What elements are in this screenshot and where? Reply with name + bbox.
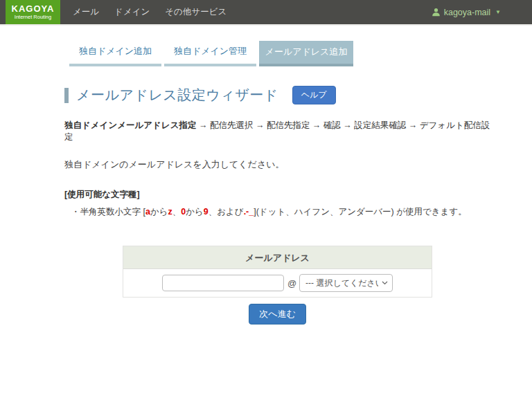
domain-select[interactable]: --- 選択してください ---: [299, 274, 393, 292]
table-header-mail-address: メールアドレス: [123, 246, 432, 269]
charset-prefix: ・半角英数小文字 [: [71, 207, 145, 217]
charset-note: ・半角英数小文字 [aからz、0から9、および.-_](ドット、ハイフン、アンダ…: [71, 206, 490, 218]
title-row: メールアドレス設定ウィザード ヘルプ: [64, 86, 490, 104]
caret-down-icon: ▼: [495, 9, 501, 15]
step-arrow: →: [343, 120, 352, 130]
user-menu[interactable]: kagoya-mail ▼: [432, 0, 501, 24]
nav-item-other-services[interactable]: その他サービス: [165, 6, 227, 18]
user-name: kagoya-mail: [444, 8, 490, 17]
help-button[interactable]: ヘルプ: [292, 86, 336, 104]
table-row: @ --- 選択してください ---: [123, 269, 432, 297]
step-arrow: →: [409, 120, 418, 130]
step-3: 配信先指定: [267, 120, 310, 130]
topbar: KAGOYA Internet Routing メール ドメイン その他サービス…: [0, 0, 532, 26]
charset-kara2: から: [186, 207, 204, 217]
at-symbol: @: [287, 278, 296, 289]
charset-symbols: .-_: [244, 207, 254, 217]
charset-9: 9: [204, 207, 209, 217]
tab-bar: 独自ドメイン追加 独自ドメイン管理 メールアドレス追加: [69, 39, 532, 66]
brand-subtitle: Internet Routing: [15, 14, 51, 20]
kagoya-logo[interactable]: KAGOYA Internet Routing: [6, 0, 60, 24]
tab-add-domain[interactable]: 独自ドメイン追加: [69, 39, 161, 66]
charset-comma1: 、: [172, 207, 181, 217]
charset-comma-and: 、および: [209, 207, 244, 217]
charset-suffix: ](ドット、ハイフン、アンダーバー) が使用できます。: [254, 207, 466, 217]
instruction-text: 独自ドメインのメールアドレスを入力してください。: [64, 158, 490, 171]
step-5: 設定結果確認: [354, 120, 406, 130]
step-arrow: →: [199, 120, 208, 130]
top-nav: メール ドメイン その他サービス: [73, 0, 227, 24]
tab-manage-domain[interactable]: 独自ドメイン管理: [164, 39, 256, 66]
main-content: メールアドレス設定ウィザード ヘルプ 独自ドメインメールアドレス指定 → 配信先…: [0, 86, 532, 325]
next-button[interactable]: 次へ進む: [249, 304, 306, 325]
title-marker: [64, 88, 69, 103]
nav-item-mail[interactable]: メール: [73, 6, 99, 18]
step-arrow: →: [256, 120, 265, 130]
domain-select-wrap: --- 選択してください ---: [299, 274, 393, 292]
charset-heading: [使用可能な文字種]: [64, 189, 490, 201]
tab-add-mail-address[interactable]: メールアドレス追加: [259, 41, 353, 66]
nav-item-domain[interactable]: ドメイン: [114, 6, 150, 18]
step-2: 配信先選択: [210, 120, 254, 130]
mail-address-table: メールアドレス @ --- 選択してください ---: [123, 246, 432, 298]
wizard-steps: 独自ドメインメールアドレス指定 → 配信先選択 → 配信先指定 → 確認 → 設…: [64, 120, 490, 143]
step-4: 確認: [323, 120, 341, 130]
brand-name: KAGOYA: [12, 4, 55, 14]
page-title: メールアドレス設定ウィザード: [76, 86, 278, 104]
charset-kara1: から: [150, 207, 168, 217]
step-current: 独自ドメインメールアドレス指定: [64, 120, 196, 130]
submit-area: 次へ進む: [64, 304, 490, 325]
user-icon: [432, 8, 441, 17]
local-part-input[interactable]: [162, 275, 284, 291]
charset-a: a: [145, 207, 150, 217]
step-arrow: →: [312, 120, 321, 130]
